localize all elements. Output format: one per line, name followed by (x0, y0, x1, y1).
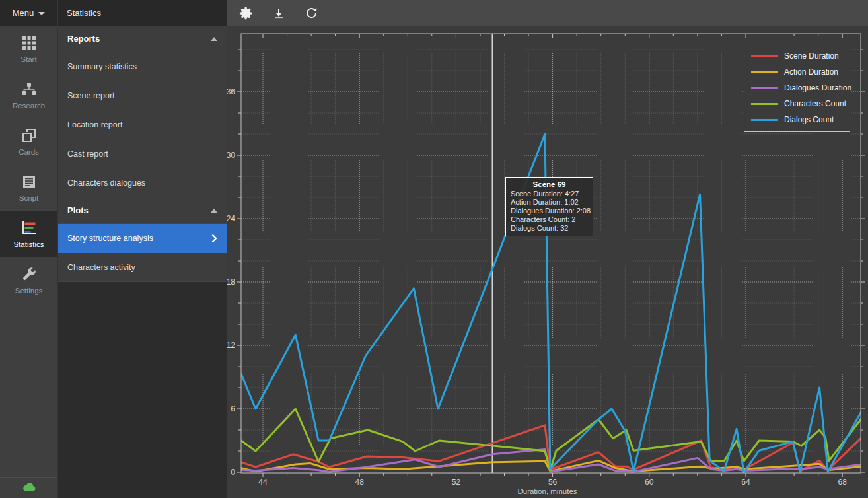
sync-status[interactable] (0, 477, 57, 498)
sidebar-item-label: Research (13, 102, 45, 110)
settings-button[interactable] (235, 3, 258, 24)
collapse-arrow-icon (211, 209, 217, 213)
svg-text:64: 64 (741, 478, 750, 487)
refresh-icon (305, 6, 318, 20)
sitemap-icon (21, 81, 37, 97)
chevron-down-icon (38, 12, 45, 15)
collapse-arrow-icon (211, 37, 217, 41)
series-swatch (751, 103, 778, 105)
svg-text:48: 48 (355, 478, 365, 487)
gear-icon (239, 6, 254, 20)
section-header-reports[interactable]: Reports (58, 26, 227, 52)
nav-item-characters-dialogues[interactable]: Characters dialogues (58, 168, 227, 197)
tooltip-line: Scene Duration: 4:27 (511, 190, 588, 198)
nav-item-summary-statistics[interactable]: Summary statistics (58, 52, 227, 81)
sidebar-item-research[interactable]: Research (0, 72, 57, 118)
chevron-right-icon (211, 234, 217, 243)
nav-item-label: Characters activity (67, 263, 135, 272)
nav-item-cast-report[interactable]: Cast report (58, 139, 227, 168)
nav-item-scene-report[interactable]: Scene report (58, 81, 227, 110)
sidebar-item-label: Cards (18, 148, 39, 156)
nav-item-characters-activity[interactable]: Characters activity (58, 253, 227, 282)
legend-item: Scene Duration (751, 48, 850, 64)
statistics-nav-panel: Reports Summary statistics Scene report … (58, 26, 227, 498)
svg-text:30: 30 (227, 151, 235, 160)
menu-button-label: Menu (13, 8, 34, 18)
refresh-button[interactable] (299, 3, 323, 24)
svg-text:56: 56 (548, 478, 558, 487)
document-icon (22, 174, 36, 190)
series-swatch (751, 71, 778, 73)
sidebar-item-script[interactable]: Script (0, 164, 57, 211)
svg-text:36: 36 (227, 87, 235, 96)
nav-item-label: Scene report (67, 91, 115, 100)
nav-item-location-report[interactable]: Location report (58, 110, 227, 139)
series-swatch (751, 119, 778, 121)
scene-tooltip: Scene 69 Scene Duration: 4:27 Action Dur… (505, 177, 593, 236)
menu-button[interactable]: Menu (0, 0, 58, 26)
cloud-icon (22, 482, 36, 494)
legend-item: Dialogues Duration (751, 80, 850, 96)
export-button[interactable] (267, 3, 291, 24)
story-structure-plot[interactable]: 44485256606468061218243036 Duration, min… (227, 26, 868, 498)
application-window: Menu Statistics Start (0, 0, 868, 498)
section-title: Reports (67, 34, 100, 44)
svg-text:12: 12 (227, 341, 235, 350)
nav-item-label: Location report (67, 120, 122, 129)
chart-toolbar (227, 0, 868, 26)
sidebar-item-settings[interactable]: Settings (0, 257, 57, 303)
svg-text:60: 60 (645, 478, 654, 487)
series-swatch (751, 55, 778, 57)
chart-legend: Scene Duration Action Duration Dialogues… (744, 44, 850, 132)
legend-item: Action Duration (751, 64, 850, 80)
legend-item: Dialogs Count (751, 112, 850, 127)
section-title: Plots (67, 205, 89, 215)
section-header-plots[interactable]: Plots (58, 197, 227, 224)
sidebar-item-start[interactable]: Start (0, 26, 57, 72)
svg-text:24: 24 (227, 214, 235, 223)
tooltip-line: Dialogues Duration: 2:08 (511, 207, 588, 215)
cards-icon (22, 127, 36, 143)
wrench-icon (22, 266, 36, 282)
sidebar-item-label: Start (20, 55, 36, 63)
main-sidebar: Start Research Cards Script Statistics (0, 26, 58, 498)
chart-icon (21, 220, 37, 236)
svg-text:52: 52 (452, 478, 461, 487)
legend-item: Characters Count (751, 96, 850, 112)
svg-text:18: 18 (227, 277, 235, 287)
sidebar-item-cards[interactable]: Cards (0, 118, 57, 164)
nav-item-label: Cast report (67, 149, 108, 159)
tooltip-title: Scene 69 (511, 180, 588, 190)
grid-icon (22, 35, 36, 51)
svg-text:0: 0 (231, 468, 235, 477)
sidebar-item-label: Script (19, 194, 38, 202)
sidebar-item-statistics[interactable]: Statistics (0, 211, 57, 257)
series-swatch (751, 87, 778, 89)
svg-text:6: 6 (231, 404, 235, 413)
top-bar: Menu Statistics (0, 0, 227, 26)
tooltip-line: Action Duration: 1:02 (511, 198, 588, 207)
page-title: Statistics (58, 8, 101, 18)
tooltip-line: Characters Count: 2 (511, 215, 588, 224)
nav-item-story-structure-analysis[interactable]: Story structure analysis (58, 224, 227, 253)
sidebar-item-label: Statistics (13, 240, 44, 248)
svg-text:68: 68 (838, 478, 848, 487)
nav-item-label: Characters dialogues (67, 178, 145, 188)
nav-item-label: Story structure analysis (67, 234, 153, 243)
nav-item-label: Summary statistics (67, 62, 137, 71)
tooltip-line: Dialogs Count: 32 (511, 224, 588, 232)
sidebar-item-label: Settings (15, 287, 43, 295)
download-icon (272, 7, 285, 20)
svg-text:44: 44 (258, 478, 268, 487)
